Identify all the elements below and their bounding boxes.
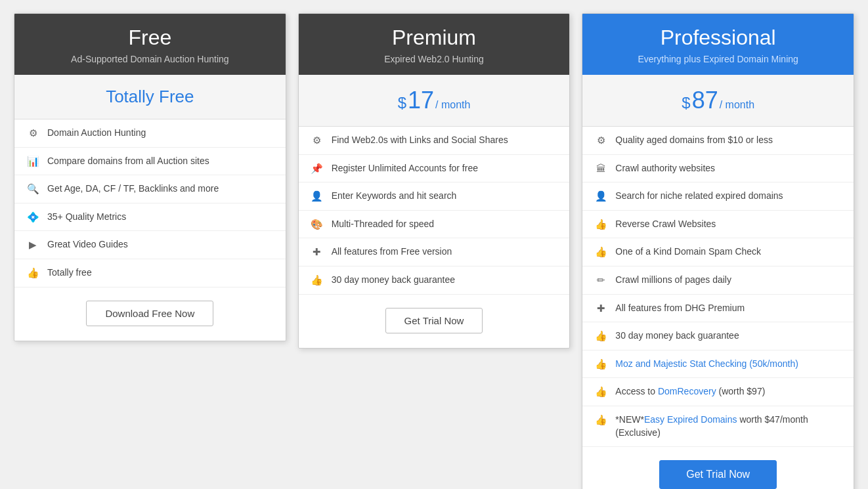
feature-icon: 👍 (594, 219, 607, 230)
feature-text: One of a Kind Domain Spam Check (615, 245, 761, 259)
feature-text: Compare domains from all Auction sites (47, 155, 209, 168)
feature-text: 35+ Quality Metrics (47, 211, 126, 224)
list-item: ⚙Domain Auction Hunting (14, 119, 286, 148)
plan-header-premium: PremiumExpired Web2.0 Hunting (299, 14, 570, 75)
feature-text: *NEW*Easy Expired Domains worth $47/mont… (615, 414, 842, 439)
feature-icon: 👍 (594, 358, 607, 370)
list-item: 👍30 day money back guarantee (582, 322, 854, 351)
feature-icon: ✏ (594, 274, 607, 286)
plan-action-premium: Get Trial Now (299, 295, 570, 348)
feature-icon: 👍 (594, 386, 607, 398)
feature-text: 30 day money back guarantee (615, 330, 739, 343)
list-item: 📊Compare domains from all Auction sites (14, 148, 286, 176)
features-list-premium: ⚙Find Web2.0s with Links and Social Shar… (299, 127, 570, 295)
list-item: 🔍Get Age, DA, CF / TF, Backlinks and mor… (14, 175, 286, 203)
feature-icon: 🏛 (594, 163, 607, 174)
price-dollar-sign: $ (682, 94, 690, 112)
plan-subtitle-free: Ad-Supported Domain Auction Hunting (28, 54, 272, 64)
list-item: 📌Register Unlimited Accounts for free (299, 155, 570, 183)
feature-icon: 💠 (26, 211, 39, 223)
feature-link[interactable]: DomRecovery (658, 386, 716, 396)
list-item: 👍Reverse Crawl Websites (582, 211, 854, 239)
plan-header-professional: ProfessionalEverything plus Expired Doma… (582, 14, 854, 75)
list-item: 🎨Multi-Threaded for speed (299, 211, 570, 239)
feature-text: Domain Auction Hunting (47, 127, 146, 140)
price-amount: 87 (692, 87, 718, 114)
features-list-free: ⚙Domain Auction Hunting📊Compare domains … (14, 119, 286, 287)
feature-icon: 🔍 (26, 183, 39, 195)
feature-icon: ⚙ (26, 127, 39, 139)
feature-link[interactable]: Moz and Majestic Stat Checking (50k/mont… (615, 358, 798, 369)
feature-icon: ✚ (594, 303, 607, 314)
plan-price-professional: $ 87/ month (582, 75, 854, 127)
feature-icon: 🎨 (311, 219, 324, 230)
list-item: ✚All features from Free version (299, 238, 570, 266)
feature-icon: ✚ (311, 246, 324, 258)
plan-card-professional: ProfessionalEverything plus Expired Doma… (582, 13, 854, 489)
feature-text: Find Web2.0s with Links and Social Share… (332, 134, 508, 147)
feature-text: Crawl millions of pages daily (615, 274, 731, 287)
feature-text: All features from DHG Premium (615, 302, 745, 315)
feature-text: Multi-Threaded for speed (332, 218, 434, 231)
list-item: 💠35+ Quality Metrics (14, 203, 286, 232)
plan-price-premium: $ 17/ month (299, 75, 570, 127)
list-item: 👤Search for niche related expired domain… (582, 182, 854, 211)
feature-text: Quality aged domains from $10 or less (615, 134, 773, 147)
feature-text: Great Video Guides (47, 238, 128, 251)
features-list-professional: ⚙Quality aged domains from $10 or less🏛C… (582, 127, 854, 447)
list-item: 👍Moz and Majestic Stat Checking (50k/mon… (582, 351, 854, 379)
pricing-container: FreeAd-Supported Domain Auction HuntingT… (14, 13, 854, 489)
feature-icon: 👍 (26, 267, 39, 279)
list-item: 👍Totally free (14, 259, 286, 287)
list-item: ▶Great Video Guides (14, 231, 286, 259)
feature-text: Register Unlimited Accounts for free (332, 162, 478, 175)
plan-card-premium: PremiumExpired Web2.0 Hunting$ 17/ month… (298, 13, 571, 349)
premium-cta-button[interactable]: Get Trial Now (385, 308, 483, 333)
plan-subtitle-professional: Everything plus Expired Domain Mining (596, 54, 840, 64)
feature-text: Totally free (47, 266, 92, 280)
plan-subtitle-premium: Expired Web2.0 Hunting (312, 54, 557, 64)
free-cta-button[interactable]: Download Free Now (86, 301, 213, 326)
feature-text: Get Age, DA, CF / TF, Backlinks and more (47, 182, 219, 196)
feature-icon: ⚙ (311, 135, 324, 146)
feature-link[interactable]: Easy Expired Domains (644, 414, 737, 425)
feature-text: Search for niche related expired domains (615, 190, 783, 203)
list-item: 👍30 day money back guarantee (299, 266, 570, 295)
price-period: / month (720, 99, 754, 111)
feature-icon: 📌 (311, 163, 324, 175)
feature-text: Enter Keywords and hit search (332, 190, 457, 203)
plan-name-professional: Professional (596, 26, 840, 50)
feature-icon: 👍 (594, 246, 607, 258)
list-item: 🏛Crawl authority websites (582, 155, 854, 183)
price-dollar-sign: $ (398, 94, 406, 112)
plan-action-professional: Get Trial Now (582, 447, 854, 489)
feature-icon: 👍 (311, 274, 324, 286)
list-item: ✚All features from DHG Premium (582, 295, 854, 323)
feature-text: Crawl authority websites (615, 162, 715, 175)
plan-action-free: Download Free Now (14, 287, 286, 341)
list-item: ✏Crawl millions of pages daily (582, 266, 854, 295)
plan-card-free: FreeAd-Supported Domain Auction HuntingT… (14, 13, 286, 341)
plan-price-free: Totally Free (14, 75, 286, 119)
plan-header-free: FreeAd-Supported Domain Auction Hunting (14, 14, 286, 75)
feature-text: Reverse Crawl Websites (615, 218, 716, 231)
professional-cta-button[interactable]: Get Trial Now (659, 460, 777, 489)
feature-icon: ⚙ (594, 135, 607, 146)
feature-text: All features from Free version (332, 245, 452, 259)
plan-name-premium: Premium (312, 26, 557, 50)
list-item: 👤Enter Keywords and hit search (299, 182, 570, 211)
feature-icon: 👤 (594, 190, 607, 202)
feature-text: Moz and Majestic Stat Checking (50k/mont… (615, 358, 798, 371)
price-free-label: Totally Free (28, 87, 272, 107)
feature-icon: ▶ (26, 239, 39, 251)
feature-icon: 👍 (594, 414, 607, 426)
feature-text: Access to DomRecovery (worth $97) (615, 385, 765, 398)
price-period: / month (435, 99, 470, 111)
list-item: ⚙Find Web2.0s with Links and Social Shar… (299, 127, 570, 155)
list-item: 👍Access to DomRecovery (worth $97) (582, 378, 854, 406)
feature-text: 30 day money back guarantee (332, 274, 455, 287)
feature-icon: 📊 (26, 156, 39, 167)
price-amount: 17 (408, 87, 434, 114)
list-item: ⚙Quality aged domains from $10 or less (582, 127, 854, 155)
plan-name-free: Free (28, 26, 272, 50)
